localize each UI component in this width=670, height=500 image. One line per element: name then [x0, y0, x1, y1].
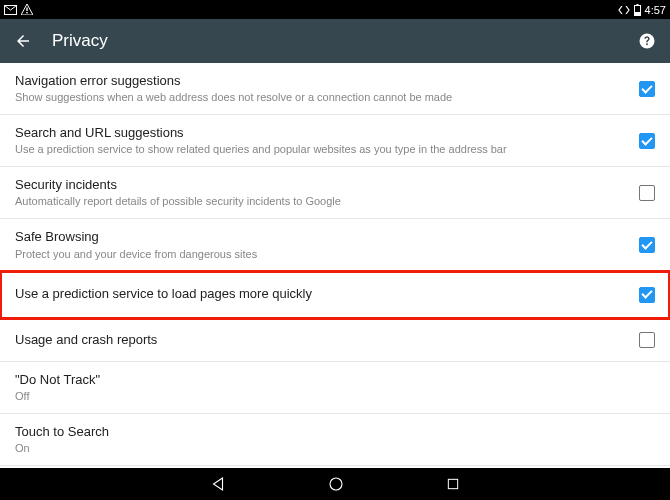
statusbar: 4:57 — [0, 0, 670, 19]
code-icon — [618, 6, 630, 14]
battery-icon — [634, 4, 641, 16]
svg-point-7 — [330, 478, 342, 490]
row-subtitle: Off — [15, 389, 625, 404]
svg-rect-1 — [26, 8, 27, 12]
back-button[interactable] — [14, 32, 32, 50]
row-title: Touch to Search — [15, 424, 625, 440]
row-touch-to-search[interactable]: Touch to Search On — [0, 414, 670, 466]
row-subtitle: Automatically report details of possible… — [15, 194, 609, 209]
navigation-bar — [0, 468, 670, 500]
nav-back-button[interactable] — [209, 475, 227, 493]
row-safe-browsing[interactable]: Safe Browsing Protect you and your devic… — [0, 219, 670, 271]
row-subtitle: Protect you and your device from dangero… — [15, 247, 609, 262]
row-title: Navigation error suggestions — [15, 73, 609, 89]
toolbar: Privacy — [0, 19, 670, 63]
svg-rect-5 — [634, 12, 640, 16]
row-usage-crash-reports[interactable]: Usage and crash reports — [0, 319, 670, 362]
row-subtitle: Use a prediction service to show related… — [15, 142, 609, 157]
checkbox[interactable] — [639, 332, 655, 348]
nav-home-button[interactable] — [327, 475, 345, 493]
row-title: Usage and crash reports — [15, 332, 609, 348]
row-title: Search and URL suggestions — [15, 125, 609, 141]
checkbox[interactable] — [639, 81, 655, 97]
help-button[interactable] — [638, 32, 656, 50]
checkbox[interactable] — [639, 185, 655, 201]
checkbox[interactable] — [639, 237, 655, 253]
row-navigation-error-suggestions[interactable]: Navigation error suggestions Show sugges… — [0, 63, 670, 115]
row-search-url-suggestions[interactable]: Search and URL suggestions Use a predict… — [0, 115, 670, 167]
nav-recent-button[interactable] — [445, 476, 461, 492]
row-title: Safe Browsing — [15, 229, 609, 245]
page-title: Privacy — [52, 31, 108, 51]
row-prediction-preload[interactable]: Use a prediction service to load pages m… — [0, 271, 670, 318]
checkbox[interactable] — [639, 287, 655, 303]
row-title: "Do Not Track" — [15, 372, 625, 388]
settings-list: Navigation error suggestions Show sugges… — [0, 63, 670, 468]
row-title: Security incidents — [15, 177, 609, 193]
checkbox[interactable] — [639, 133, 655, 149]
svg-rect-8 — [448, 479, 457, 488]
row-do-not-track[interactable]: "Do Not Track" Off — [0, 362, 670, 414]
row-title: Use a prediction service to load pages m… — [15, 286, 609, 302]
row-subtitle: Show suggestions when a web address does… — [15, 90, 609, 105]
clock-text: 4:57 — [645, 4, 666, 16]
row-security-incidents[interactable]: Security incidents Automatically report … — [0, 167, 670, 219]
warning-icon — [21, 4, 33, 15]
svg-rect-2 — [26, 12, 27, 13]
mail-icon — [4, 5, 17, 15]
row-subtitle: On — [15, 441, 625, 456]
